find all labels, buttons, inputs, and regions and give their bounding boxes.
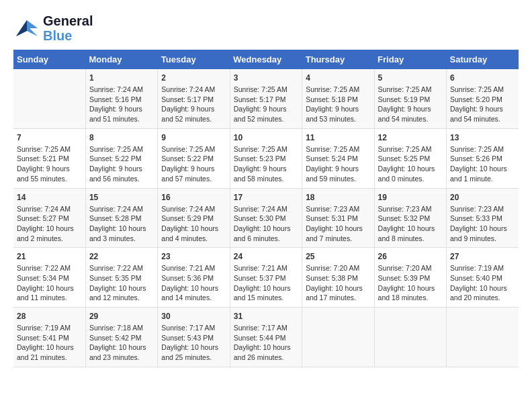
calendar-cell: 31Sunrise: 7:17 AM Sunset: 5:44 PM Dayli… [230,308,302,367]
calendar-cell: 17Sunrise: 7:24 AM Sunset: 5:30 PM Dayli… [230,188,302,248]
day-number: 7 [17,133,82,142]
cell-text: Sunrise: 7:24 AM Sunset: 5:28 PM Dayligh… [89,204,154,244]
calendar-cell: 4Sunrise: 7:25 AM Sunset: 5:18 PM Daylig… [302,69,374,128]
logo: General Blue [13,13,93,43]
cell-text: Sunrise: 7:25 AM Sunset: 5:18 PM Dayligh… [306,85,370,124]
calendar-row-2: 14Sunrise: 7:24 AM Sunset: 5:27 PM Dayli… [13,188,519,248]
day-number: 20 [450,193,515,202]
header-friday: Friday [374,50,446,69]
day-number: 4 [306,73,370,83]
day-number: 19 [378,193,443,202]
header-tuesday: Tuesday [158,50,230,69]
day-number: 9 [161,133,226,142]
page-header: General Blue [13,13,519,43]
cell-text: Sunrise: 7:24 AM Sunset: 5:27 PM Dayligh… [17,204,82,244]
cell-text: Sunrise: 7:25 AM Sunset: 5:20 PM Dayligh… [450,85,515,124]
day-number: 17 [234,193,298,202]
calendar-cell: 27Sunrise: 7:19 AM Sunset: 5:40 PM Dayli… [447,248,519,308]
calendar-cell: 3Sunrise: 7:25 AM Sunset: 5:17 PM Daylig… [230,69,302,128]
day-number: 29 [89,312,154,321]
day-number: 18 [306,193,370,202]
day-number: 6 [450,73,515,83]
day-number: 28 [17,312,82,321]
header-sunday: Sunday [13,50,85,69]
cell-text: Sunrise: 7:20 AM Sunset: 5:39 PM Dayligh… [378,263,443,303]
cell-text: Sunrise: 7:25 AM Sunset: 5:22 PM Dayligh… [161,144,226,184]
day-number: 21 [17,252,82,261]
cell-text: Sunrise: 7:21 AM Sunset: 5:36 PM Dayligh… [161,263,226,303]
calendar-cell: 18Sunrise: 7:23 AM Sunset: 5:31 PM Dayli… [302,188,374,248]
cell-text: Sunrise: 7:24 AM Sunset: 5:30 PM Dayligh… [234,204,298,244]
cell-text: Sunrise: 7:22 AM Sunset: 5:34 PM Dayligh… [17,263,82,303]
calendar-row-1: 7Sunrise: 7:25 AM Sunset: 5:21 PM Daylig… [13,128,519,188]
calendar-cell: 30Sunrise: 7:17 AM Sunset: 5:43 PM Dayli… [158,308,230,367]
calendar-cell [374,308,446,367]
calendar-cell: 8Sunrise: 7:25 AM Sunset: 5:22 PM Daylig… [85,128,157,188]
day-number: 25 [306,252,370,261]
cell-text: Sunrise: 7:23 AM Sunset: 5:33 PM Dayligh… [450,204,515,244]
calendar-cell: 12Sunrise: 7:25 AM Sunset: 5:25 PM Dayli… [374,128,446,188]
calendar-cell: 7Sunrise: 7:25 AM Sunset: 5:21 PM Daylig… [13,128,85,188]
cell-text: Sunrise: 7:21 AM Sunset: 5:37 PM Dayligh… [234,263,298,303]
day-number: 1 [89,73,154,83]
calendar-cell: 15Sunrise: 7:24 AM Sunset: 5:28 PM Dayli… [85,188,157,248]
calendar-cell: 2Sunrise: 7:24 AM Sunset: 5:17 PM Daylig… [158,69,230,128]
cell-text: Sunrise: 7:17 AM Sunset: 5:44 PM Dayligh… [234,323,298,363]
calendar-cell: 14Sunrise: 7:24 AM Sunset: 5:27 PM Dayli… [13,188,85,248]
day-number: 3 [234,73,298,83]
calendar-cell: 24Sunrise: 7:21 AM Sunset: 5:37 PM Dayli… [230,248,302,308]
cell-text: Sunrise: 7:24 AM Sunset: 5:17 PM Dayligh… [161,85,226,124]
calendar-row-3: 21Sunrise: 7:22 AM Sunset: 5:34 PM Dayli… [13,248,519,308]
calendar-table: SundayMondayTuesdayWednesdayThursdayFrid… [13,50,519,367]
calendar-cell: 28Sunrise: 7:19 AM Sunset: 5:41 PM Dayli… [13,308,85,367]
cell-text: Sunrise: 7:19 AM Sunset: 5:40 PM Dayligh… [450,263,515,303]
calendar-cell: 13Sunrise: 7:25 AM Sunset: 5:26 PM Dayli… [447,128,519,188]
calendar-cell: 21Sunrise: 7:22 AM Sunset: 5:34 PM Dayli… [13,248,85,308]
calendar-row-4: 28Sunrise: 7:19 AM Sunset: 5:41 PM Dayli… [13,308,519,367]
day-number: 13 [450,133,515,142]
day-number: 8 [89,133,154,142]
calendar-header-row: SundayMondayTuesdayWednesdayThursdayFrid… [13,50,519,69]
cell-text: Sunrise: 7:24 AM Sunset: 5:16 PM Dayligh… [89,85,154,124]
day-number: 26 [378,252,443,261]
cell-text: Sunrise: 7:25 AM Sunset: 5:17 PM Dayligh… [234,85,298,124]
cell-text: Sunrise: 7:25 AM Sunset: 5:19 PM Dayligh… [378,85,443,124]
cell-text: Sunrise: 7:18 AM Sunset: 5:42 PM Dayligh… [89,323,154,363]
cell-text: Sunrise: 7:25 AM Sunset: 5:26 PM Dayligh… [450,144,515,184]
header-saturday: Saturday [447,50,519,69]
day-number: 27 [450,252,515,261]
calendar-cell: 9Sunrise: 7:25 AM Sunset: 5:22 PM Daylig… [158,128,230,188]
calendar-cell: 20Sunrise: 7:23 AM Sunset: 5:33 PM Dayli… [447,188,519,248]
calendar-cell: 10Sunrise: 7:25 AM Sunset: 5:23 PM Dayli… [230,128,302,188]
day-number: 30 [161,312,226,321]
calendar-cell: 5Sunrise: 7:25 AM Sunset: 5:19 PM Daylig… [374,69,446,128]
logo-icon [13,15,40,42]
calendar-cell: 6Sunrise: 7:25 AM Sunset: 5:20 PM Daylig… [447,69,519,128]
calendar-cell: 1Sunrise: 7:24 AM Sunset: 5:16 PM Daylig… [85,69,157,128]
calendar-cell [302,308,374,367]
day-number: 14 [17,193,82,202]
cell-text: Sunrise: 7:20 AM Sunset: 5:38 PM Dayligh… [306,263,370,303]
cell-text: Sunrise: 7:23 AM Sunset: 5:31 PM Dayligh… [306,204,370,244]
day-number: 12 [378,133,443,142]
day-number: 31 [234,312,298,321]
calendar-cell [447,308,519,367]
cell-text: Sunrise: 7:23 AM Sunset: 5:32 PM Dayligh… [378,204,443,244]
day-number: 11 [306,133,370,142]
cell-text: Sunrise: 7:25 AM Sunset: 5:21 PM Dayligh… [17,144,82,184]
calendar-cell: 11Sunrise: 7:25 AM Sunset: 5:24 PM Dayli… [302,128,374,188]
cell-text: Sunrise: 7:25 AM Sunset: 5:22 PM Dayligh… [89,144,154,184]
cell-text: Sunrise: 7:25 AM Sunset: 5:24 PM Dayligh… [306,144,370,184]
cell-text: Sunrise: 7:24 AM Sunset: 5:29 PM Dayligh… [161,204,226,244]
calendar-row-0: 1Sunrise: 7:24 AM Sunset: 5:16 PM Daylig… [13,69,519,128]
day-number: 22 [89,252,154,261]
day-number: 10 [234,133,298,142]
cell-text: Sunrise: 7:25 AM Sunset: 5:25 PM Dayligh… [378,144,443,184]
cell-text: Sunrise: 7:25 AM Sunset: 5:23 PM Dayligh… [234,144,298,184]
day-number: 23 [161,252,226,261]
day-number: 2 [161,73,226,83]
calendar-cell: 23Sunrise: 7:21 AM Sunset: 5:36 PM Dayli… [158,248,230,308]
calendar-cell [13,69,85,128]
calendar-cell: 16Sunrise: 7:24 AM Sunset: 5:29 PM Dayli… [158,188,230,248]
day-number: 16 [161,193,226,202]
